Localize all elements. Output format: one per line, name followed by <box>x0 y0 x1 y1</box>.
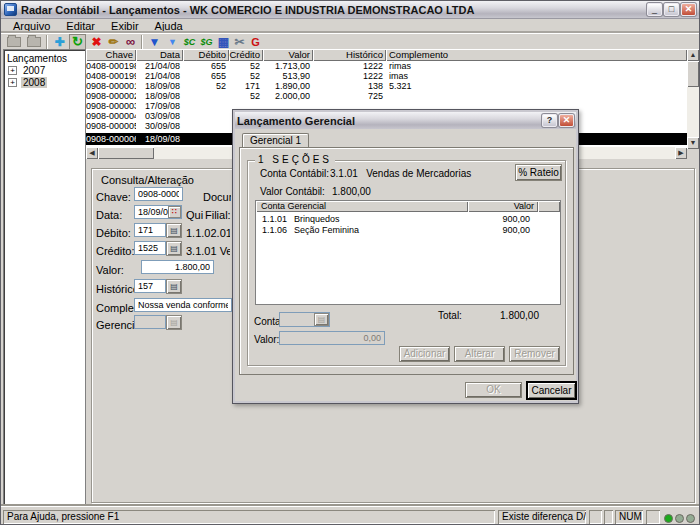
ok-button[interactable]: OK <box>465 382 522 398</box>
menu-ajuda[interactable]: Ajuda <box>147 20 191 33</box>
scroll-down-icon[interactable]: ▼ <box>687 137 699 149</box>
hscroll-thumb[interactable] <box>98 147 154 159</box>
col-valor[interactable]: Valor <box>263 49 313 61</box>
window-title: Radar Contábil - Lançamentos - WK COMERC… <box>21 4 645 16</box>
columns-icon[interactable]: ▦ <box>215 34 232 50</box>
binoculars-icon[interactable]: ∞ <box>122 34 139 50</box>
form-title: Consulta/Alteração <box>101 174 194 186</box>
status-diff-text: Existe diferença D/C <box>498 510 586 524</box>
menu-exibir[interactable]: Exibir <box>103 20 147 33</box>
delete-icon[interactable]: ✖ <box>88 34 105 50</box>
dialog-valor-label: Valor: <box>254 334 279 346</box>
calendar-icon[interactable] <box>168 206 181 218</box>
historico-lookup-icon[interactable] <box>166 279 182 294</box>
col-debito[interactable]: Débito <box>183 49 229 61</box>
add-icon[interactable]: ✚ <box>51 34 68 50</box>
tree-panel: Lançamentos 2007 2008 <box>3 49 86 505</box>
status-panel <box>646 510 660 524</box>
dialog-table-row[interactable]: 1.1.01 Brinquedos 900,00 <box>256 214 560 225</box>
status-panel <box>589 510 602 524</box>
dialog-valor-input[interactable] <box>279 331 385 345</box>
status-bar: Para Ajuda, pressione F1 Existe diferenç… <box>1 506 699 525</box>
cancelar-button[interactable]: Cancelar <box>527 382 576 399</box>
alterar-button[interactable]: Alterar <box>454 346 505 362</box>
scroll-up-icon[interactable]: ▲ <box>687 49 699 61</box>
filter-icon[interactable]: ▼ <box>146 34 163 50</box>
gerencial-lookup-icon[interactable] <box>166 315 182 330</box>
col-chave[interactable]: Chave <box>86 49 136 61</box>
secoes-group-title: 1 SEÇÕES <box>255 154 335 166</box>
col-credito[interactable]: Crédito <box>229 49 263 61</box>
credito-desc: 3.1.01 Venda <box>186 245 230 257</box>
brush-icon[interactable]: ✏ <box>105 34 122 50</box>
lancamento-gerencial-dialog: Lançamento Gerencial ? ✕ Gerencial 1 1 S… <box>232 109 579 404</box>
dialog-close-icon[interactable]: ✕ <box>559 114 574 127</box>
col-historico[interactable]: Histórico <box>313 49 386 61</box>
valor-input[interactable] <box>141 260 214 274</box>
tree-root[interactable]: Lançamentos <box>7 53 67 64</box>
adicionar-button[interactable]: Adicionar <box>399 346 450 362</box>
weekday-label: Qui <box>186 209 203 221</box>
tab-gerencial-1[interactable]: Gerencial 1 <box>242 133 309 147</box>
table-row[interactable]: 0908-00000218/09/08522.000,00725 <box>86 91 687 101</box>
dialog-title-bar: Lançamento Gerencial ? ✕ <box>235 112 576 129</box>
col-extra <box>538 201 560 212</box>
dialog-title: Lançamento Gerencial <box>237 115 540 127</box>
scroll-left-icon[interactable]: ◀ <box>86 147 98 159</box>
valor-contabil-value: 1.800,00 <box>332 186 371 198</box>
col-data[interactable]: Data <box>136 49 183 61</box>
debito-label: Débito: <box>96 227 131 239</box>
col-conta-gerencial[interactable]: Conta Gerencial <box>256 201 468 212</box>
expand-icon[interactable] <box>8 66 17 75</box>
gerencial-icon[interactable]: G <box>247 34 264 50</box>
expand-icon[interactable] <box>8 78 17 87</box>
filial-label: Filial: <box>205 209 231 221</box>
toolbar-separator <box>46 35 48 49</box>
chave-label: Chave: <box>96 191 131 203</box>
tree-item-2007[interactable]: 2007 <box>8 65 47 76</box>
conta-contabil-label: Conta Contábil: <box>260 168 329 180</box>
open-folder-icon[interactable] <box>7 37 21 47</box>
complemento-input[interactable] <box>134 298 232 312</box>
help-icon[interactable]: ? <box>542 114 557 127</box>
rateio-button[interactable]: % Rateio <box>515 164 562 181</box>
refresh-icon[interactable]: ↻ <box>69 34 86 50</box>
minimize-button[interactable]: _ <box>647 3 662 16</box>
close-button[interactable]: ✕ <box>681 3 696 16</box>
debito-input[interactable] <box>134 223 166 237</box>
conta-lookup-icon[interactable] <box>314 313 329 326</box>
menu-editar[interactable]: Editar <box>58 20 103 33</box>
tree-item-2008[interactable]: 2008 <box>8 77 47 88</box>
table-header: ChaveDataDébitoCréditoValorHistóricoComp… <box>86 49 687 61</box>
toolbar-separator <box>141 35 143 49</box>
closed-folder-icon[interactable] <box>27 37 41 47</box>
debito-lookup-icon[interactable] <box>166 223 182 238</box>
remover-button[interactable]: Remover <box>509 346 560 362</box>
col-valor[interactable]: Valor <box>468 201 538 212</box>
status-led-green-icon <box>664 514 673 523</box>
status-num-indicator: NUM <box>615 510 643 524</box>
table-row[interactable]: 0408-00019921/04/0865552513,901222imas <box>86 71 687 81</box>
dialog-table-header: Conta GerencialValor <box>256 201 560 212</box>
table-row[interactable]: 0908-00000118/09/08521711.890,001385.321 <box>86 81 687 91</box>
table-row[interactable]: 0408-00019821/04/08655521.713,001222rima… <box>86 61 687 71</box>
gerencial-input[interactable] <box>134 315 166 329</box>
valor-label: Valor: <box>96 264 124 276</box>
credito-input[interactable] <box>134 241 166 255</box>
title-bar: Radar Contábil - Lançamentos - WK COMERC… <box>1 1 699 19</box>
dialog-table-row[interactable]: 1.1.06 Seção Feminina 900,00 <box>256 225 560 236</box>
credito-lookup-icon[interactable] <box>166 241 182 256</box>
money-gerencial-icon[interactable]: $G <box>198 34 215 50</box>
filter-small-icon[interactable]: ▼ <box>164 34 181 50</box>
status-led-gray-icon <box>675 514 684 523</box>
historico-input[interactable] <box>134 279 166 293</box>
vscroll-thumb[interactable] <box>687 61 699 87</box>
restore-button[interactable]: □ <box>664 3 679 16</box>
col-complemento[interactable]: Complemento <box>386 49 687 61</box>
toolbar: ✚ ↻ ✖ ✏ ∞ ▼ ▼ $C $G ▦ ✂ G <box>1 33 699 49</box>
split-icon[interactable]: ✂ <box>231 34 248 50</box>
chave-input[interactable] <box>134 187 183 201</box>
menu-arquivo[interactable]: Arquivo <box>5 20 58 33</box>
money-contabil-icon[interactable]: $C <box>181 34 198 50</box>
scroll-right-icon[interactable]: ▶ <box>675 147 687 159</box>
